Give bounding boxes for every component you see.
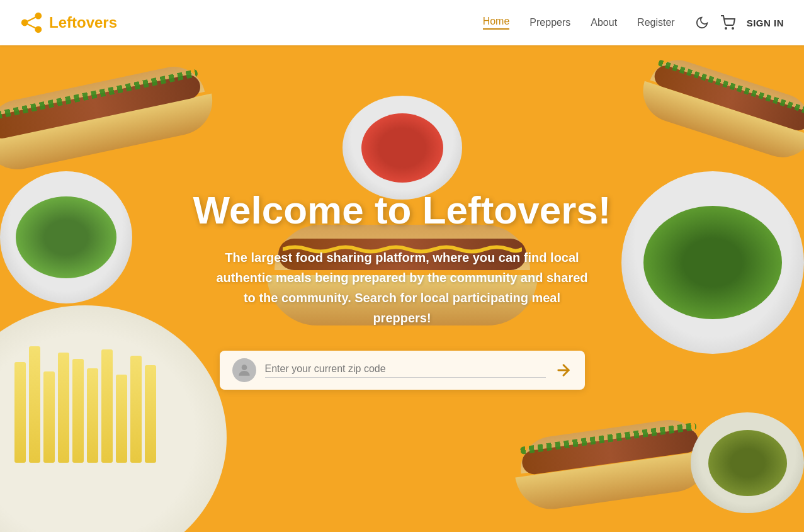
nav-icons: SIGN IN (695, 15, 784, 30)
logo-area: Leftovers (20, 11, 483, 34)
sign-in-button[interactable]: SIGN IN (747, 18, 784, 28)
nav-link-about[interactable]: About (591, 17, 617, 28)
nav-link-preppers[interactable]: Preppers (529, 17, 570, 28)
hero-section: Welcome to Leftovers! The largest food s… (0, 45, 804, 532)
search-bar (220, 351, 585, 390)
logo-text: Leftovers (49, 14, 117, 31)
hero-subtitle: The largest food sharing platform, where… (213, 247, 591, 328)
dark-mode-button[interactable] (695, 16, 709, 30)
search-submit-button[interactable] (555, 361, 572, 379)
user-avatar-icon (232, 358, 256, 382)
svg-point-1 (35, 26, 42, 33)
svg-point-2 (21, 20, 28, 26)
svg-line-3 (25, 16, 38, 23)
share-icon (20, 11, 43, 34)
nav-link-home[interactable]: Home (483, 16, 510, 30)
hero-title: Welcome to Leftovers! (193, 188, 611, 232)
svg-point-7 (241, 365, 247, 370)
nav-link-register[interactable]: Register (637, 17, 675, 28)
svg-line-4 (25, 23, 38, 30)
svg-point-5 (725, 28, 727, 29)
cart-button[interactable] (720, 15, 735, 30)
navbar: Leftovers Home Preppers About Register S… (0, 0, 804, 45)
hero-content: Welcome to Leftovers! The largest food s… (0, 45, 804, 532)
svg-point-6 (732, 28, 733, 29)
nav-links: Home Preppers About Register (483, 16, 675, 30)
zip-code-input[interactable] (265, 363, 546, 378)
